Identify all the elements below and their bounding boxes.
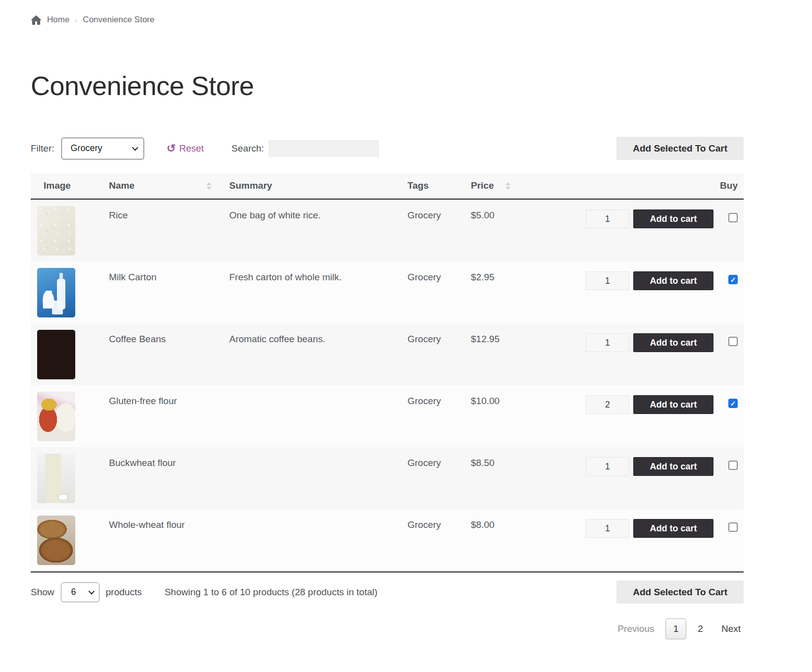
results-status: Showing 1 to 6 of 10 products (28 produc… (164, 587, 377, 598)
products-table: Image Name Summary Tags Price Buy Rice O… (31, 173, 744, 572)
pagination-page-2[interactable]: 2 (698, 623, 703, 634)
chevron-down-icon (132, 145, 138, 151)
product-name: Whole-wheat flour (102, 519, 229, 530)
quantity-input[interactable] (586, 519, 629, 538)
column-header-buy: Buy (713, 180, 744, 191)
buy-checkbox[interactable] (728, 399, 738, 408)
add-selected-to-cart-button-top[interactable]: Add Selected To Cart (616, 137, 744, 160)
quantity-input[interactable] (586, 395, 629, 414)
product-price: $8.00 (471, 519, 555, 530)
product-name: Rice (102, 210, 229, 221)
toolbar: Filter: Grocery ↺ Reset Search: Add Sele… (31, 137, 744, 160)
add-to-cart-button[interactable]: Add to cart (633, 457, 713, 476)
column-header-price[interactable]: Price (471, 180, 555, 191)
table-header-row: Image Name Summary Tags Price Buy (31, 173, 744, 200)
product-price: $12.95 (471, 334, 555, 345)
product-price: $8.50 (471, 458, 555, 468)
sort-icon[interactable] (506, 182, 510, 190)
products-label: products (106, 587, 142, 598)
quantity-input[interactable] (586, 271, 629, 290)
column-header-name-label: Name (109, 180, 135, 191)
product-name: Milk Carton (102, 272, 229, 283)
column-header-price-label: Price (471, 180, 494, 191)
buy-checkbox[interactable] (728, 275, 738, 284)
page-size-value: 6 (71, 587, 76, 597)
product-image-coffee-beans (37, 330, 75, 379)
reset-label: Reset (179, 143, 204, 154)
product-price: $10.00 (471, 396, 555, 407)
sort-icon[interactable] (206, 182, 211, 190)
search-label: Search: (232, 143, 264, 154)
column-header-tags[interactable]: Tags (407, 180, 471, 191)
product-tags: Grocery (407, 272, 471, 283)
filter-selected-value: Grocery (71, 143, 102, 154)
breadcrumb-current: Convenience Store (83, 15, 154, 25)
product-image-buckwheat-flour (37, 454, 75, 503)
product-summary: One bag of white rice. (229, 210, 407, 221)
add-to-cart-button[interactable]: Add to cart (633, 519, 713, 538)
product-image-whole-wheat-flour (37, 516, 75, 565)
page-size-select[interactable]: 6 (61, 582, 100, 602)
add-selected-to-cart-button-bottom[interactable]: Add Selected To Cart (616, 580, 744, 604)
product-summary: Fresh carton of whole milk. (229, 272, 407, 283)
buy-checkbox[interactable] (728, 461, 738, 470)
chevron-down-icon (88, 588, 95, 595)
breadcrumb: Home › Convenience Store (31, 15, 744, 25)
show-label: Show (31, 587, 54, 598)
search-input[interactable] (269, 140, 379, 156)
pagination: Previous 1 2 Next (31, 619, 744, 639)
product-name: Buckwheat flour (102, 458, 229, 468)
table-row: Buckwheat flour Grocery $8.50 Add to car… (31, 447, 744, 509)
buy-checkbox[interactable] (728, 213, 738, 222)
breadcrumb-separator-icon: › (75, 16, 77, 24)
home-icon[interactable] (31, 15, 42, 25)
page: Home › Convenience Store Convenience Sto… (31, 0, 744, 639)
buy-checkbox[interactable] (728, 337, 738, 346)
product-image-rice (37, 206, 75, 256)
buy-checkbox[interactable] (728, 522, 738, 532)
product-name: Gluten-free flour (102, 396, 229, 407)
quantity-input[interactable] (586, 209, 629, 228)
filter-select[interactable]: Grocery (61, 138, 144, 159)
table-row: Gluten-free flour Grocery $10.00 Add to … (31, 385, 744, 447)
column-header-image[interactable]: Image (31, 180, 102, 191)
product-name: Coffee Beans (102, 334, 229, 345)
product-image-milk-carton (37, 268, 75, 317)
reset-icon: ↺ (167, 143, 176, 154)
pagination-page-1[interactable]: 1 (665, 619, 686, 639)
reset-button[interactable]: ↺ Reset (167, 143, 204, 154)
pagination-next[interactable]: Next (721, 623, 741, 634)
table-footer: Show 6 products Showing 1 to 6 of 10 pro… (31, 580, 744, 604)
add-to-cart-button[interactable]: Add to cart (633, 333, 713, 352)
product-image-gluten-free-flour (37, 392, 75, 441)
table-row: Rice One bag of white rice. Grocery $5.0… (31, 200, 744, 261)
quantity-input[interactable] (586, 333, 629, 352)
column-header-name[interactable]: Name (102, 180, 229, 191)
product-tags: Grocery (407, 334, 471, 345)
product-tags: Grocery (407, 519, 471, 530)
page-title: Convenience Store (31, 70, 744, 101)
add-to-cart-button[interactable]: Add to cart (633, 395, 713, 414)
product-price: $2.95 (471, 272, 555, 283)
table-row: Coffee Beans Aromatic coffee beans. Groc… (31, 323, 744, 385)
column-header-summary[interactable]: Summary (229, 180, 407, 191)
product-price: $5.00 (471, 210, 555, 221)
table-row: Milk Carton Fresh carton of whole milk. … (31, 261, 744, 323)
add-to-cart-button[interactable]: Add to cart (633, 209, 713, 228)
add-to-cart-button[interactable]: Add to cart (633, 271, 713, 290)
quantity-input[interactable] (586, 457, 629, 476)
breadcrumb-home-link[interactable]: Home (47, 15, 69, 25)
filter-label: Filter: (31, 143, 54, 154)
pagination-previous[interactable]: Previous (617, 623, 654, 634)
product-tags: Grocery (407, 458, 471, 468)
product-summary: Aromatic coffee beans. (229, 334, 407, 345)
table-row: Whole-wheat flour Grocery $8.00 Add to c… (31, 509, 744, 572)
product-tags: Grocery (407, 396, 471, 407)
product-tags: Grocery (407, 210, 471, 221)
